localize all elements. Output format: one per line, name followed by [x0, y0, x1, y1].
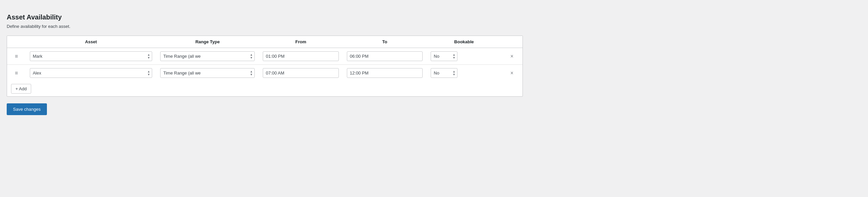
delete-button-row-1[interactable]: ×: [508, 53, 516, 60]
drag-handle-cell: ≡: [7, 48, 26, 65]
header-delete: [501, 36, 523, 48]
bookable-cell: NoYes▲▼: [427, 65, 501, 82]
delete-button-row-2[interactable]: ×: [508, 70, 516, 77]
range-type-select-row-1[interactable]: Time Range (all weDate RangeSpecific Day…: [160, 51, 255, 61]
asset-select-row-1[interactable]: MarkAlexJordanTaylor: [30, 51, 153, 61]
drag-handle-icon[interactable]: ≡: [15, 53, 18, 59]
header-range-type: Range Type: [156, 36, 259, 48]
from-input-row-2[interactable]: [263, 68, 339, 78]
table-header-row: Asset Range Type From To Bookable: [7, 36, 523, 48]
to-input-row-1[interactable]: [347, 51, 423, 61]
to-input-row-2[interactable]: [347, 68, 423, 78]
delete-cell: ×: [501, 48, 523, 65]
header-bookable: Bookable: [427, 36, 501, 48]
bookable-select-row-2[interactable]: NoYes: [431, 68, 458, 78]
page-container: Asset Availability Define availability f…: [7, 7, 523, 122]
asset-select-row-2[interactable]: MarkAlexJordanTaylor: [30, 68, 153, 78]
add-cell: + Add: [7, 81, 523, 96]
table-row: ≡MarkAlexJordanTaylor▲▼Time Range (all w…: [7, 65, 523, 82]
delete-cell: ×: [501, 65, 523, 82]
table-body: ≡MarkAlexJordanTaylor▲▼Time Range (all w…: [7, 48, 523, 82]
range-type-select-row-2[interactable]: Time Range (all weDate RangeSpecific Day…: [160, 68, 255, 78]
asset-cell: MarkAlexJordanTaylor▲▼: [26, 65, 156, 82]
add-row: + Add: [7, 81, 523, 96]
header-from: From: [259, 36, 342, 48]
page-subtitle: Define availability for each asset.: [7, 24, 523, 29]
bookable-cell: NoYes▲▼: [427, 48, 501, 65]
to-cell: [343, 65, 427, 82]
from-cell: [259, 48, 342, 65]
header-to: To: [343, 36, 427, 48]
from-cell: [259, 65, 342, 82]
header-drag: [7, 36, 26, 48]
table-row: ≡MarkAlexJordanTaylor▲▼Time Range (all w…: [7, 48, 523, 65]
drag-handle-icon[interactable]: ≡: [15, 70, 18, 76]
drag-handle-cell: ≡: [7, 65, 26, 82]
range-type-cell: Time Range (all weDate RangeSpecific Day…: [156, 48, 259, 65]
to-cell: [343, 48, 427, 65]
page-title: Asset Availability: [7, 13, 523, 21]
availability-table: Asset Range Type From To Bookable ≡MarkA…: [7, 36, 523, 96]
availability-table-container: Asset Range Type From To Bookable ≡MarkA…: [7, 35, 523, 97]
asset-cell: MarkAlexJordanTaylor▲▼: [26, 48, 156, 65]
from-input-row-1[interactable]: [263, 51, 339, 61]
add-button[interactable]: + Add: [11, 84, 31, 94]
bookable-select-row-1[interactable]: NoYes: [431, 51, 458, 61]
range-type-cell: Time Range (all weDate RangeSpecific Day…: [156, 65, 259, 82]
header-asset: Asset: [26, 36, 156, 48]
save-changes-button[interactable]: Save changes: [7, 103, 47, 115]
